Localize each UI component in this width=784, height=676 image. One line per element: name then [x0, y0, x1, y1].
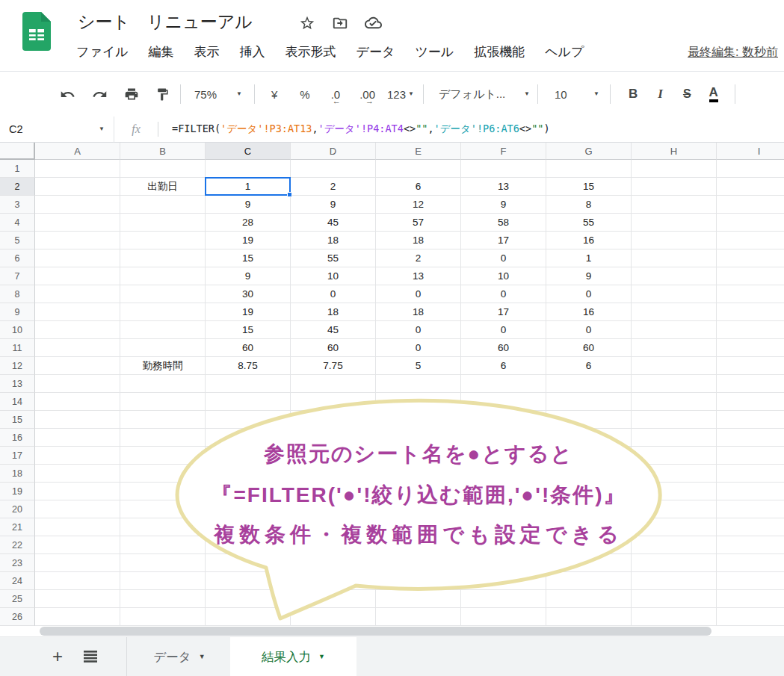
cell-F11[interactable]: 60 — [461, 339, 546, 357]
cell-B9[interactable] — [120, 303, 206, 321]
cell-C11[interactable]: 60 — [206, 339, 291, 357]
cell-I9[interactable] — [717, 303, 784, 321]
cell-E13[interactable] — [376, 375, 461, 393]
cell-C20[interactable] — [206, 500, 291, 518]
cell-B16[interactable] — [120, 429, 206, 447]
cell-B11[interactable] — [120, 339, 206, 357]
cell-D14[interactable] — [291, 393, 376, 411]
format-currency-button[interactable]: ¥ — [271, 88, 277, 101]
cell-H16[interactable] — [632, 429, 717, 447]
cell-H10[interactable] — [632, 321, 717, 339]
row-header-11[interactable]: 11 — [0, 339, 35, 357]
cell-G19[interactable] — [546, 483, 632, 500]
cell-D25[interactable] — [291, 590, 376, 608]
increase-decimal-button[interactable]: .00→ — [359, 88, 375, 101]
cell-C10[interactable]: 15 — [206, 321, 291, 339]
redo-icon[interactable] — [92, 87, 108, 102]
cell-C13[interactable] — [206, 375, 291, 393]
cell-I18[interactable] — [717, 465, 784, 483]
sheet-tab-kekka-nyuryoku[interactable]: 結果入力▼ — [230, 637, 356, 676]
cell-F22[interactable] — [461, 536, 546, 554]
cell-I17[interactable] — [717, 447, 784, 465]
cell-A7[interactable] — [35, 267, 120, 285]
cell-F23[interactable] — [461, 554, 546, 572]
selected-cell-outline[interactable] — [205, 177, 291, 196]
cell-E14[interactable] — [376, 393, 461, 411]
cell-C4[interactable]: 28 — [206, 214, 291, 232]
cell-F9[interactable]: 17 — [461, 303, 546, 321]
cell-D23[interactable] — [291, 554, 376, 572]
cell-E25[interactable] — [376, 590, 461, 608]
cell-I21[interactable] — [717, 518, 784, 536]
cell-I20[interactable] — [717, 500, 784, 518]
cell-F10[interactable]: 0 — [461, 321, 546, 339]
cell-I22[interactable] — [717, 536, 784, 554]
cell-C14[interactable] — [206, 393, 291, 411]
cell-B10[interactable] — [120, 321, 206, 339]
cell-H23[interactable] — [632, 554, 717, 572]
cell-G1[interactable] — [546, 160, 632, 178]
cell-C16[interactable] — [206, 429, 291, 447]
cell-B23[interactable] — [120, 554, 206, 572]
cell-A12[interactable] — [35, 357, 120, 375]
cell-F5[interactable]: 17 — [461, 232, 546, 249]
cell-E23[interactable] — [376, 554, 461, 572]
cell-C5[interactable]: 19 — [206, 232, 291, 249]
cell-F4[interactable]: 58 — [461, 214, 546, 232]
row-header-6[interactable]: 6 — [0, 249, 35, 267]
cell-G11[interactable]: 60 — [546, 339, 632, 357]
cell-F21[interactable] — [461, 518, 546, 536]
undo-icon[interactable] — [60, 87, 75, 102]
cell-E24[interactable] — [376, 572, 461, 590]
cell-F16[interactable] — [461, 429, 546, 447]
cell-A3[interactable] — [35, 196, 120, 214]
cell-H24[interactable] — [632, 572, 717, 590]
text-color-button[interactable]: A — [709, 86, 718, 102]
cell-B21[interactable] — [120, 518, 206, 536]
cell-B19[interactable] — [120, 483, 206, 500]
row-header-10[interactable]: 10 — [0, 321, 35, 339]
cell-B4[interactable] — [120, 214, 206, 232]
cell-C15[interactable] — [206, 411, 291, 429]
cell-I4[interactable] — [717, 214, 784, 232]
cell-H2[interactable] — [632, 178, 717, 196]
row-header-22[interactable]: 22 — [0, 536, 35, 554]
cell-A11[interactable] — [35, 339, 120, 357]
cell-E17[interactable] — [376, 447, 461, 465]
column-header-C[interactable]: C — [206, 143, 291, 160]
cell-D2[interactable]: 2 — [291, 178, 376, 196]
cell-B22[interactable] — [120, 536, 206, 554]
cell-D24[interactable] — [291, 572, 376, 590]
cell-A16[interactable] — [35, 429, 120, 447]
row-header-21[interactable]: 21 — [0, 518, 35, 536]
cell-F2[interactable]: 13 — [461, 178, 546, 196]
cell-C25[interactable] — [206, 590, 291, 608]
menu-format[interactable]: 表示形式 — [285, 43, 336, 61]
cell-D16[interactable] — [291, 429, 376, 447]
cell-A8[interactable] — [35, 285, 120, 303]
cell-G10[interactable]: 0 — [546, 321, 632, 339]
cell-G21[interactable] — [546, 518, 632, 536]
cell-H3[interactable] — [632, 196, 717, 214]
cell-G24[interactable] — [546, 572, 632, 590]
cell-B24[interactable] — [120, 572, 206, 590]
cell-G9[interactable]: 16 — [546, 303, 632, 321]
cell-B2[interactable]: 出勤日 — [120, 178, 206, 196]
font-family-select[interactable]: デフォルト...▼ — [439, 87, 530, 102]
cell-D9[interactable]: 18 — [291, 303, 376, 321]
menu-help[interactable]: ヘルプ — [545, 43, 584, 61]
row-header-25[interactable]: 25 — [0, 590, 35, 608]
cell-C3[interactable]: 9 — [206, 196, 291, 214]
cell-F15[interactable] — [461, 411, 546, 429]
column-header-E[interactable]: E — [376, 143, 461, 160]
cell-B6[interactable] — [120, 249, 206, 267]
cell-E26[interactable] — [376, 608, 461, 626]
sheet-tab-data[interactable]: データ▼ — [135, 637, 224, 676]
row-header-26[interactable]: 26 — [0, 608, 35, 626]
cell-D10[interactable]: 45 — [291, 321, 376, 339]
cell-D5[interactable]: 18 — [291, 232, 376, 249]
fill-handle[interactable] — [287, 192, 292, 197]
format-percent-button[interactable]: % — [300, 88, 309, 101]
column-header-I[interactable]: I — [717, 143, 784, 160]
row-header-7[interactable]: 7 — [0, 267, 35, 285]
